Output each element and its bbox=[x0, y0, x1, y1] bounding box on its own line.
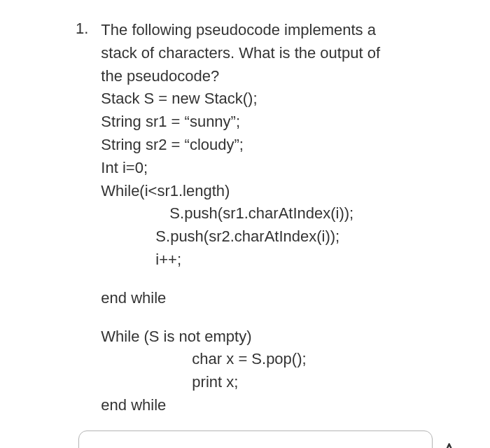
code-line: char x = S.pop(); bbox=[101, 349, 462, 370]
prompt-text-line: The following pseudocode implements a bbox=[101, 20, 462, 41]
answer-input[interactable] bbox=[78, 430, 433, 448]
code-line: Int i=0; bbox=[101, 158, 462, 179]
code-line: Stack S = new Stack(); bbox=[101, 88, 462, 110]
code-line: end while bbox=[101, 288, 462, 309]
question-body: The following pseudocode implements a st… bbox=[101, 20, 462, 418]
spellcheck-icon[interactable] bbox=[442, 441, 462, 448]
question-container: 1. The following pseudocode implements a… bbox=[28, 20, 462, 418]
code-line: print x; bbox=[101, 372, 462, 393]
code-line: While(i<sr1.length) bbox=[101, 181, 462, 202]
answer-row bbox=[78, 430, 462, 448]
code-line: String sr1 = “sunny”; bbox=[101, 111, 462, 133]
code-line: String sr2 = “cloudy”; bbox=[101, 134, 462, 156]
code-line: end while bbox=[101, 395, 462, 416]
code-line: S.push(sr1.charAtIndex(i)); bbox=[101, 203, 462, 225]
prompt-text-line: stack of characters. What is the output … bbox=[101, 43, 462, 64]
code-line: S.push(sr2.charAtIndex(i)); bbox=[101, 226, 462, 248]
code-line: i++; bbox=[101, 249, 462, 271]
prompt-text-line: the pseudocode? bbox=[101, 66, 462, 88]
code-line: While (S is not empty) bbox=[101, 326, 462, 348]
question-number: 1. bbox=[76, 20, 88, 38]
